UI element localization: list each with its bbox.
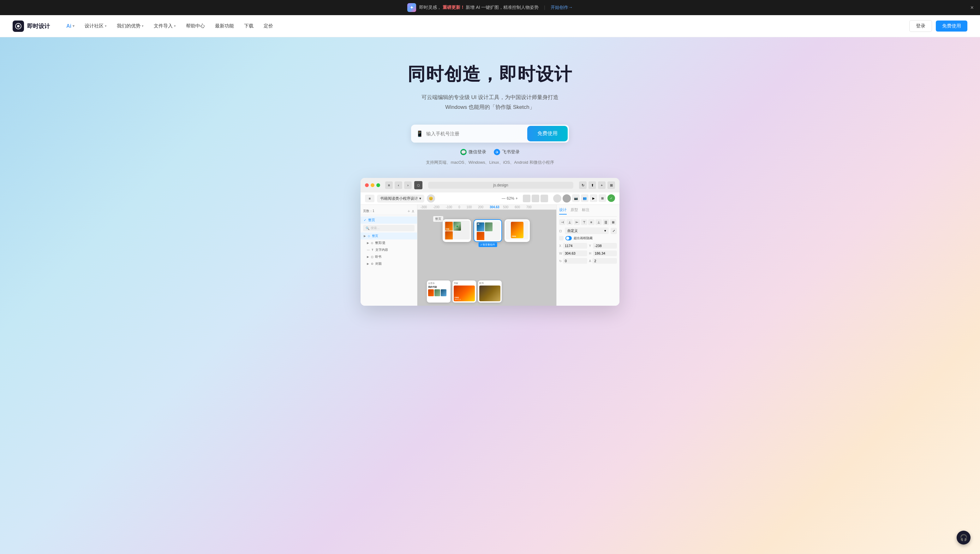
hamburger-icon[interactable]: ≡ — [365, 195, 374, 202]
sidebar-item-page1[interactable]: ✓ 整页 — [361, 217, 417, 224]
banner-text-prefix: 即时灵感， — [419, 5, 441, 10]
position-inputs: X 1174 Y -238 W 304.63 H 186.34 — [559, 243, 617, 256]
tab-annotation[interactable]: 标注 — [582, 207, 589, 215]
layer-item-text[interactable]: — T 文字内容 — [361, 247, 417, 253]
book-green — [485, 223, 493, 231]
align-bottom-icon[interactable]: ⊥ — [595, 219, 602, 225]
fullscreen-icon[interactable] — [541, 195, 548, 202]
play-icon[interactable]: ▶ — [590, 194, 597, 202]
grid-align-icon[interactable]: ⊞ — [610, 219, 616, 225]
headphone-icon: 🎧 — [960, 534, 968, 541]
expand-layer-icon5[interactable]: ▶ — [367, 262, 369, 265]
minus-icon[interactable]: — — [502, 196, 506, 201]
help-button[interactable]: 🎧 — [957, 531, 970, 544]
align-center-v-icon[interactable]: ⊥ — [567, 219, 573, 225]
nav-item-ai[interactable]: Ai ▾ — [62, 21, 78, 32]
add-page-icon[interactable]: + — [408, 209, 410, 213]
nav-item-advantages[interactable]: 我们的优势 ▾ — [113, 21, 147, 32]
tab-prototype[interactable]: 原型 — [570, 207, 578, 215]
nav-item-community[interactable]: 设计社区 ▾ — [81, 21, 110, 32]
distribute-h-icon[interactable]: ||| — [603, 219, 609, 225]
chevron-down-icon: ▾ — [73, 24, 75, 28]
align-right-icon[interactable]: ⊢ — [574, 219, 580, 225]
ruler-mark-700: 700 — [526, 205, 531, 209]
layer-item-wholepage[interactable]: ▶ ◇ 整页 — [361, 232, 417, 239]
canvas-content[interactable]: 整页 FIRE 🌲 — [417, 210, 556, 306]
x-input[interactable]: 1174 — [563, 243, 587, 248]
layer-item-wholepage2[interactable]: ▶ ◇ 整页/是 — [361, 239, 417, 247]
login-button[interactable]: 登录 — [909, 20, 932, 32]
layer-cover-label: 封面 — [375, 261, 382, 266]
nav-item-help[interactable]: 帮助中心 — [182, 21, 209, 32]
rotation-input[interactable]: 0 — [563, 258, 587, 264]
back-icon[interactable]: ‹ — [395, 181, 402, 189]
forward-icon[interactable]: › — [404, 181, 412, 189]
layer-item-cover[interactable]: ▶ ⊙ 封面 — [361, 260, 417, 267]
layer-item-listen[interactable]: ▶ ◻ 听书 — [361, 253, 417, 260]
fit-icon[interactable] — [531, 195, 539, 202]
tab-design[interactable]: 设计 — [559, 207, 567, 215]
frame-dropdown[interactable]: 自定义 ▾ — [565, 228, 609, 234]
nav-item-download[interactable]: 下载 — [240, 21, 257, 32]
close-icon[interactable]: × — [970, 5, 974, 11]
logo[interactable]: 即时设计 — [13, 21, 50, 32]
h-input[interactable]: 186.34 — [593, 250, 617, 256]
w-input[interactable]: 304.63 — [563, 250, 587, 256]
new-tab-icon[interactable]: + — [598, 181, 606, 189]
group-icon: ⊙ — [371, 262, 373, 265]
view-toggle-icon[interactable] — [523, 195, 530, 202]
maximize-window-btn[interactable] — [376, 183, 380, 187]
url-bar[interactable]: js.design — [428, 182, 573, 189]
banner-cta[interactable]: 开始创作→ — [551, 5, 573, 10]
canvas-ruler: -300 -200 -100 0 100 200 304.63 500 600 … — [417, 205, 556, 210]
project-name[interactable]: 书籍阅读类小程序设计 ▾ — [377, 195, 425, 202]
search-box[interactable]: 🔍 搜索... — [363, 225, 415, 231]
wechat-login[interactable]: 💬 微信登录 — [460, 149, 486, 155]
expand-layer-icon[interactable]: ▶ — [364, 234, 366, 237]
nav-help-label: 帮助中心 — [186, 23, 205, 29]
resize-icon[interactable]: ⤢ — [611, 228, 617, 234]
book-fire1: FIRE — [445, 222, 453, 231]
nav-item-import[interactable]: 文件导入 ▾ — [150, 21, 180, 32]
free-button[interactable]: 免费使用 — [936, 21, 967, 32]
grid-icon[interactable]: ⊞ — [607, 181, 615, 189]
layer-listen-label: 听书 — [375, 255, 381, 259]
align-left-icon[interactable]: ⊣ — [559, 219, 565, 225]
titlebar-right-icons: ↻ ⬆ + ⊞ — [579, 181, 615, 189]
phone-header-2: 书架 — [454, 282, 475, 285]
clip-checkbox[interactable] — [559, 236, 563, 240]
people-icon[interactable]: 👥 — [581, 194, 589, 202]
logo-text: 即时设计 — [27, 22, 50, 30]
free-hero-button[interactable]: 免费使用 — [527, 126, 568, 141]
y-input[interactable]: -238 — [593, 243, 617, 248]
clip-toggle[interactable] — [565, 236, 572, 240]
expand-layer-icon3: — — [367, 248, 370, 252]
opacity-input[interactable]: 2 — [592, 258, 617, 264]
nav-item-features[interactable]: 最新功能 — [211, 21, 238, 32]
phone-input[interactable] — [426, 131, 527, 136]
close-window-btn[interactable] — [365, 183, 369, 187]
camera-icon[interactable]: 📷 — [572, 194, 580, 202]
rotation-icon: ↻ — [559, 259, 562, 263]
phone-header-3: 听书 — [479, 282, 500, 285]
align-top-icon[interactable]: ⊤ — [581, 219, 587, 225]
page-checkmark: ✓ — [364, 218, 366, 222]
right-tabs: 设计 原型 标注 — [559, 207, 617, 217]
feishu-login[interactable]: ✈ 飞书登录 — [494, 149, 520, 155]
book-forest-title: 🌲 — [456, 225, 458, 227]
grid2-icon[interactable]: ⊞ — [599, 194, 606, 202]
w-input-group: W 304.63 — [559, 250, 587, 256]
feishu-login-label: 飞书登录 — [502, 149, 520, 155]
refresh-icon[interactable]: ↻ — [579, 181, 587, 189]
nav-item-pricing[interactable]: 定价 — [260, 21, 277, 32]
expand-layer-icon4[interactable]: ▶ — [367, 255, 369, 258]
sidebar-toggle-icon[interactable]: ≡ — [385, 181, 393, 189]
login-options: 💬 微信登录 ✈ 飞书登录 — [460, 149, 520, 155]
expand-layer-icon2[interactable]: ▶ — [367, 241, 369, 245]
minimize-window-btn[interactable] — [371, 183, 374, 187]
align-center-h-icon[interactable]: ≡ — [588, 219, 594, 225]
zoom-control[interactable]: — 62% + — [502, 196, 518, 201]
share-icon[interactable]: ⬆ — [589, 181, 596, 189]
plus-icon[interactable]: + — [516, 196, 518, 201]
expand-icon[interactable]: ∧ — [412, 209, 415, 213]
